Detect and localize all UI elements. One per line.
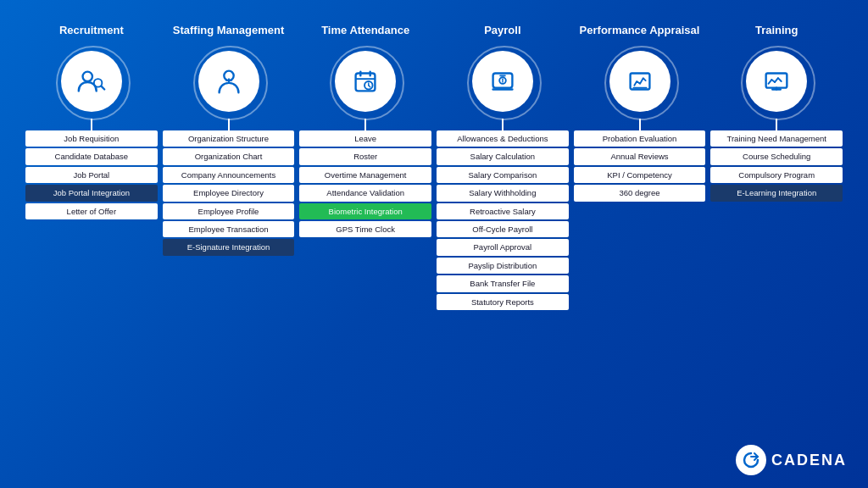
circle-time <box>335 51 396 112</box>
column-performance: Performance Appraisal Probation Evaluati… <box>574 17 706 202</box>
svg-point-10 <box>364 81 373 90</box>
list-item[interactable]: Salary Calculation <box>437 148 569 164</box>
list-item[interactable]: Attendance Validation <box>299 185 431 201</box>
list-item[interactable]: Annual Reviews <box>574 148 706 164</box>
svg-line-22 <box>771 80 775 82</box>
column-payroll: Payroll Allowances & Deductions Salary C… <box>437 17 569 310</box>
items-recruitment: Job Requisition Candidate Database Job P… <box>25 130 158 219</box>
list-item[interactable]: Retroactive Salary <box>437 203 569 219</box>
col-title-payroll: Payroll <box>484 17 520 44</box>
svg-point-14 <box>499 77 506 84</box>
svg-point-1 <box>94 79 103 87</box>
circle-performance <box>609 51 670 112</box>
circle-recruitment <box>61 51 122 112</box>
list-item[interactable]: Organization Chart <box>163 148 295 164</box>
connector-staffing <box>228 119 230 130</box>
connector-training <box>776 119 777 130</box>
circle-training <box>746 51 807 112</box>
logo-text: CADENA <box>771 452 847 469</box>
col-title-performance: Performance Appraisal <box>580 17 700 44</box>
list-item[interactable]: Organization Structure <box>163 130 295 147</box>
list-item[interactable]: Compulsory Program <box>710 167 843 183</box>
list-item[interactable]: Salary Withholding <box>437 185 569 201</box>
list-item[interactable]: Training Need Management <box>710 130 843 147</box>
items-staffing: Organization Structure Organization Char… <box>163 130 295 256</box>
svg-line-24 <box>778 78 782 81</box>
svg-line-12 <box>369 86 370 87</box>
list-item[interactable]: Job Portal Integration <box>25 185 158 201</box>
column-staffing: Staffing Management Organization Structu… <box>163 17 295 256</box>
list-item[interactable]: Allowances & Deductions <box>437 130 569 147</box>
col-title-time: Time Attendance <box>321 17 409 44</box>
columns-row: Recruitment Job Requisition Candidate Da… <box>25 17 843 310</box>
list-item[interactable]: Candidate Database <box>25 148 158 164</box>
list-item[interactable]: Payslip Distribution <box>437 258 569 274</box>
column-time: Time Attendance Leave Ros <box>299 17 431 237</box>
list-item[interactable]: KPI / Competency <box>574 167 706 183</box>
list-item[interactable]: Letter of Offer <box>25 203 158 219</box>
list-item[interactable]: Overtime Management <box>299 167 431 183</box>
connector-performance <box>639 119 641 130</box>
connector-time <box>364 119 366 130</box>
list-item[interactable]: Bank Transfer File <box>437 275 569 291</box>
connector-payroll <box>502 119 504 130</box>
col-title-recruitment: Recruitment <box>59 17 124 44</box>
svg-rect-18 <box>630 74 649 90</box>
main-container: Recruitment Job Requisition Candidate Da… <box>0 0 868 488</box>
list-item[interactable]: Salary Comparison <box>437 167 569 183</box>
list-item[interactable]: Employee Profile <box>163 203 295 219</box>
svg-rect-6 <box>356 74 376 92</box>
list-item[interactable]: Leave <box>299 130 431 147</box>
svg-line-23 <box>775 78 778 82</box>
circle-payroll <box>472 51 533 112</box>
list-item[interactable]: E-Signature Integration <box>163 239 295 255</box>
list-item[interactable]: Probation Evaluation <box>574 130 706 147</box>
list-item[interactable]: GPS Time Clock <box>299 221 431 237</box>
list-item[interactable]: Course Scheduling <box>710 148 843 164</box>
connector-recruitment <box>91 119 92 130</box>
list-item[interactable]: Statutory Reports <box>437 294 569 310</box>
list-item[interactable]: Employee Directory <box>163 185 295 201</box>
list-item[interactable]: Company Announcements <box>163 167 295 183</box>
col-title-training: Training <box>755 17 798 44</box>
list-item[interactable]: Biometric Integration <box>299 203 431 219</box>
column-training: Training Training Need Management <box>710 17 843 202</box>
items-performance: Probation Evaluation Annual Reviews KPI … <box>574 130 706 202</box>
logo-circle <box>736 445 766 475</box>
items-payroll: Allowances & Deductions Salary Calculati… <box>437 130 569 310</box>
items-time: Leave Roster Overtime Management Attenda… <box>299 130 431 237</box>
column-recruitment: Recruitment Job Requisition Candidate Da… <box>25 17 158 219</box>
svg-rect-20 <box>766 74 787 88</box>
list-item[interactable]: Job Portal <box>25 167 158 183</box>
list-item[interactable]: E-Learning Integration <box>710 185 843 201</box>
list-item[interactable]: Roster <box>299 148 431 164</box>
svg-point-3 <box>224 71 233 80</box>
list-item[interactable]: Job Requisition <box>25 130 158 147</box>
col-title-staffing: Staffing Management <box>173 17 284 44</box>
svg-line-21 <box>769 80 772 84</box>
circle-staffing <box>198 51 259 112</box>
svg-rect-13 <box>492 74 512 88</box>
logo: CADENA <box>736 445 847 475</box>
list-item[interactable]: 360 degree <box>574 185 706 201</box>
list-item[interactable]: Employee Transaction <box>163 221 295 237</box>
list-item[interactable]: Off-Cycle Payroll <box>437 221 569 237</box>
svg-point-0 <box>82 72 92 81</box>
items-training: Training Need Management Course Scheduli… <box>710 130 843 202</box>
list-item[interactable]: Payroll Approval <box>437 239 569 255</box>
svg-line-2 <box>101 86 104 90</box>
